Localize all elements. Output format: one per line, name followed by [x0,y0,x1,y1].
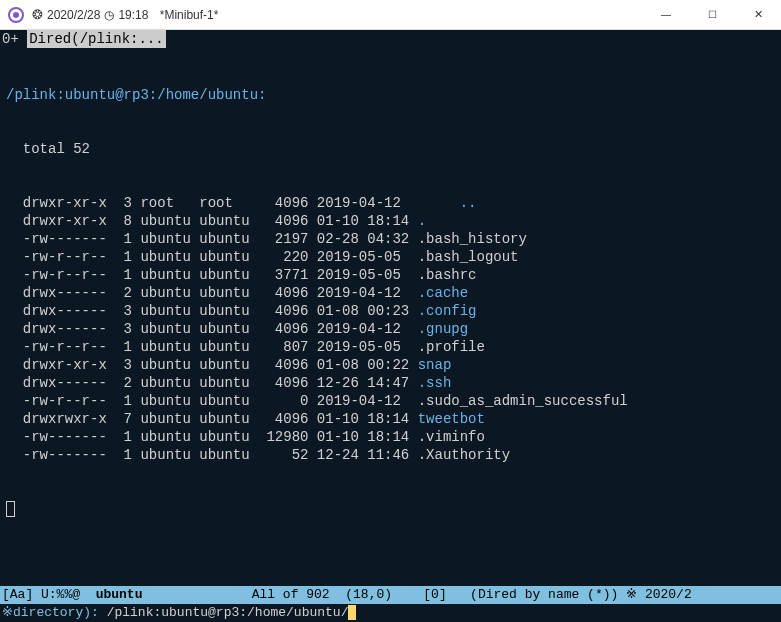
dired-filename[interactable]: .profile [418,339,485,355]
dired-filename[interactable]: . [418,213,426,229]
titlebar-time: 19:18 [118,8,148,22]
dired-total: total 52 [6,140,775,158]
tab-active[interactable]: Dired(/plink:... [27,30,165,48]
modeline-left: [Aa] U:%%@ [2,587,96,602]
dired-filename[interactable]: snap [418,357,452,373]
tab-prefix: 0+ [2,31,19,47]
dired-row[interactable]: drwxr-xr-x 3 ubuntu ubuntu 4096 01-08 00… [6,356,775,374]
window-controls [643,0,781,29]
dired-filename[interactable]: .bash_logout [418,249,519,265]
minibuffer[interactable]: ※directory): /plink:ubuntu@rp3:/home/ubu… [0,604,781,622]
dired-row[interactable]: drwx------ 3 ubuntu ubuntu 4096 2019-04-… [6,320,775,338]
dired-row[interactable]: -rw------- 1 ubuntu ubuntu 12980 01-10 1… [6,428,775,446]
clock-icon: ◷ [104,8,114,22]
dired-row[interactable]: drwx------ 3 ubuntu ubuntu 4096 01-08 00… [6,302,775,320]
titlebar-buffer: *Minibuf-1* [160,8,219,22]
dired-row[interactable]: -rw------- 1 ubuntu ubuntu 2197 02-28 04… [6,230,775,248]
dired-row[interactable]: drwxrwxr-x 7 ubuntu ubuntu 4096 01-10 18… [6,410,775,428]
dired-buffer[interactable]: /plink:ubuntu@rp3:/home/ubuntu: total 52… [0,48,781,586]
dired-filename[interactable]: .viminfo [418,429,485,445]
dired-row[interactable]: drwxr-xr-x 8 ubuntu ubuntu 4096 01-10 18… [6,212,775,230]
dired-filename[interactable]: .Xauthority [418,447,510,463]
at-icon: ❂ [32,7,43,22]
modeline-position: All of 902 (18,0) [0] (Dired by name (*)… [252,587,692,602]
dired-row[interactable]: drwx------ 2 ubuntu ubuntu 4096 12-26 14… [6,374,775,392]
minibuf-cursor [348,605,356,620]
dired-filename[interactable]: .ssh [418,375,452,391]
emacs-icon [8,7,24,23]
maximize-button[interactable] [689,0,735,29]
dired-row[interactable]: -rw-r--r-- 1 ubuntu ubuntu 0 2019-04-12 … [6,392,775,410]
dired-filename[interactable]: .cache [418,285,468,301]
dired-filename[interactable]: .bash_history [418,231,527,247]
dired-row[interactable]: -rw-r--r-- 1 ubuntu ubuntu 3771 2019-05-… [6,266,775,284]
dired-filename[interactable]: tweetbot [418,411,485,427]
dired-filename[interactable]: .bashrc [418,267,477,283]
mode-line[interactable]: [Aa] U:%%@ ubuntu All of 902 (18,0) [0] … [0,586,781,604]
dired-filename[interactable]: .config [418,303,477,319]
dired-filename[interactable]: .. [460,195,477,211]
modeline-buffer: ubuntu [96,587,143,602]
tab-line: 0+ Dired(/plink:... [0,30,781,48]
dired-row[interactable]: -rw-r--r-- 1 ubuntu ubuntu 220 2019-05-0… [6,248,775,266]
close-button[interactable] [735,0,781,29]
dired-filename[interactable]: .gnupg [418,321,468,337]
dired-path: /plink:ubuntu@rp3:/home/ubuntu: [6,86,775,104]
minibuf-prefix: ※ [2,605,13,620]
minibuf-prompt: directory): [13,605,107,620]
titlebar-date: 2020/2/28 [47,8,100,22]
cursor-line [6,500,775,518]
minibuf-input[interactable]: /plink:ubuntu@rp3:/home/ubuntu/ [107,605,349,620]
dired-row[interactable]: -rw-r--r-- 1 ubuntu ubuntu 807 2019-05-0… [6,338,775,356]
dired-row[interactable]: drwx------ 2 ubuntu ubuntu 4096 2019-04-… [6,284,775,302]
minimize-button[interactable] [643,0,689,29]
window-titlebar[interactable]: ❂ 2020/2/28 ◷19:18 *Minibuf-1* [0,0,781,30]
dired-row[interactable]: drwxr-xr-x 3 root root 4096 2019-04-12 .… [6,194,775,212]
titlebar-text: ❂ 2020/2/28 ◷19:18 *Minibuf-1* [32,7,218,22]
dired-row[interactable]: -rw------- 1 ubuntu ubuntu 52 12-24 11:4… [6,446,775,464]
cursor-box [6,501,15,517]
dired-filename[interactable]: .sudo_as_admin_successful [418,393,628,409]
